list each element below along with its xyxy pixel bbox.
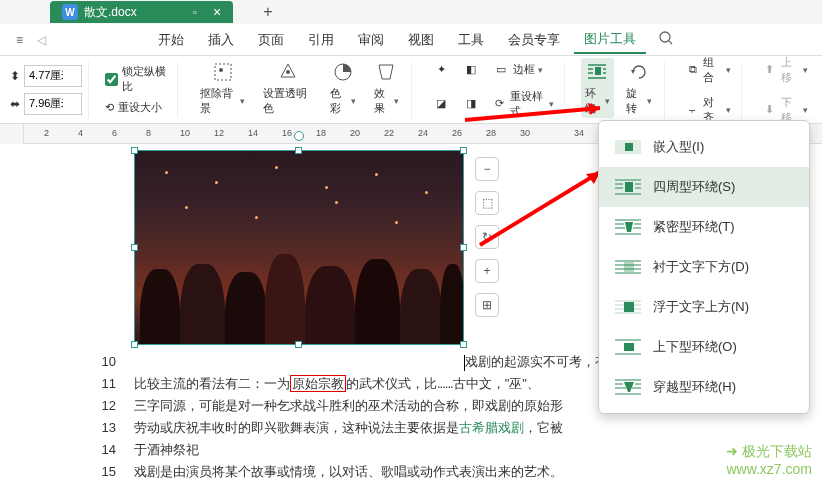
reset-size-label: 重设大小 xyxy=(118,100,162,115)
adjust-icon: ◧ xyxy=(462,61,480,79)
rotate-handle[interactable] xyxy=(294,131,304,141)
shadow-button[interactable]: ◪ xyxy=(428,93,454,115)
line-15-text[interactable]: 戏剧是由演员将某个故事或情境，以对话、歌唱或动作式表演出来的艺术。 xyxy=(134,461,822,483)
menu-image-tools[interactable]: 图片工具 xyxy=(574,26,646,54)
tab-menu-icon[interactable]: ▫ xyxy=(193,5,197,19)
link-text[interactable]: 古希腊戏剧 xyxy=(459,420,524,435)
height-icon: ⬍ xyxy=(10,69,20,83)
menu-insert[interactable]: 插入 xyxy=(198,27,244,53)
search-icon[interactable] xyxy=(650,26,682,53)
remove-bg-button[interactable]: 抠除背景▾ xyxy=(194,58,251,118)
wrap-inline-item[interactable]: 嵌入型(I) xyxy=(599,127,809,167)
wrap-tight-icon xyxy=(615,217,641,237)
effects-icon xyxy=(374,60,398,84)
main-menu-bar: ≡ ◁ 开始 插入 页面 引用 审阅 视图 工具 会员专享 图片工具 xyxy=(0,24,822,56)
vertical-ruler xyxy=(0,124,24,144)
colors-icon xyxy=(331,60,355,84)
selected-image[interactable]: − ⬚ ↻ + ⊞ xyxy=(134,150,464,345)
new-tab-button[interactable]: + xyxy=(257,3,278,21)
move-down-icon: ⬇ xyxy=(762,101,778,119)
svg-rect-38 xyxy=(624,302,634,312)
rotate-button[interactable]: 旋转▾ xyxy=(620,58,658,118)
wrap-behind-icon xyxy=(615,257,641,277)
rotate-tool-button[interactable]: ↻ xyxy=(475,225,499,249)
menu-reference[interactable]: 引用 xyxy=(298,27,344,53)
transparent-icon xyxy=(276,60,300,84)
zoom-out-button[interactable]: − xyxy=(475,157,499,181)
svg-rect-18 xyxy=(625,182,633,192)
wrap-inline-icon xyxy=(615,137,641,157)
line-14-text[interactable]: 于酒神祭祀 xyxy=(134,439,822,461)
svg-point-3 xyxy=(219,68,223,72)
colors-button[interactable]: 色彩▾ xyxy=(324,58,362,118)
crop-button[interactable]: ⬚ xyxy=(475,191,499,215)
highlighted-text: 原始宗教 xyxy=(290,375,346,392)
wrap-front-icon xyxy=(615,297,641,317)
resize-handle-mr[interactable] xyxy=(460,244,467,251)
border-button[interactable]: ▭边框▾ xyxy=(488,59,547,81)
resize-handle-tr[interactable] xyxy=(460,147,467,154)
zoom-in-button[interactable]: + xyxy=(475,259,499,283)
svg-rect-40 xyxy=(624,343,634,351)
text-line: 15戏剧是由演员将某个故事或情境，以对话、歌唱或动作式表演出来的艺术。 xyxy=(94,461,822,483)
wrap-topbottom-item[interactable]: 上下型环绕(O) xyxy=(599,327,809,367)
document-tab[interactable]: W 散文.docx ▫ × xyxy=(50,1,233,23)
lock-ratio-label: 锁定纵横比 xyxy=(122,64,171,94)
wrap-behind-item[interactable]: 衬于文字下方(D) xyxy=(599,247,809,287)
resize-handle-tm[interactable] xyxy=(295,147,302,154)
menu-prev-icon[interactable]: ◁ xyxy=(33,33,50,47)
wrap-item-label: 嵌入型(I) xyxy=(653,138,704,156)
wrap-dropdown: 嵌入型(I) 四周型环绕(S) 紧密型环绕(T) 衬于文字下方(D) 浮于文字上… xyxy=(598,120,810,414)
menu-view[interactable]: 视图 xyxy=(398,27,444,53)
reset-size-button[interactable]: ⟲ 重设大小 xyxy=(105,100,171,115)
resize-handle-ml[interactable] xyxy=(131,244,138,251)
wrap-icon xyxy=(585,60,609,84)
tab-close-icon[interactable]: × xyxy=(213,4,221,20)
text-line: 14于酒神祭祀 xyxy=(94,439,822,461)
adjust-button[interactable]: ◧ xyxy=(458,59,484,81)
rotate-icon xyxy=(627,60,651,84)
resize-handle-bl[interactable] xyxy=(131,341,138,348)
resize-handle-br[interactable] xyxy=(460,341,467,348)
wrap-item-label: 上下型环绕(O) xyxy=(653,338,737,356)
wrap-button[interactable]: 环绕▾ xyxy=(581,58,615,118)
menu-review[interactable]: 审阅 xyxy=(348,27,394,53)
menu-page[interactable]: 页面 xyxy=(248,27,294,53)
wrap-square-item[interactable]: 四周型环绕(S) xyxy=(599,167,809,207)
line-13-text[interactable]: 劳动或庆祝丰收时的即兴歌舞表演，这种说法主要依据是古希腊戏剧，它被 xyxy=(134,417,822,439)
menu-member[interactable]: 会员专享 xyxy=(498,27,570,53)
menu-tools[interactable]: 工具 xyxy=(448,27,494,53)
reset-size-icon: ⟲ xyxy=(105,101,114,114)
resize-handle-tl[interactable] xyxy=(131,147,138,154)
wrap-front-item[interactable]: 浮于文字上方(N) xyxy=(599,287,809,327)
watermark: ➜ 极光下载站 www.xz7.com xyxy=(726,443,812,477)
align-icon: ⫟ xyxy=(685,101,701,119)
crop-fill-button[interactable]: ✦ xyxy=(428,59,454,81)
svg-point-4 xyxy=(286,70,290,74)
lock-ratio-checkbox[interactable]: 锁定纵横比 xyxy=(105,64,171,94)
reset-style-icon: ⟳ xyxy=(492,95,507,113)
border-icon: ▭ xyxy=(492,61,510,79)
menu-file-icon[interactable]: ≡ xyxy=(10,33,29,47)
move-up-button: ⬆上移▾ xyxy=(758,53,812,87)
reset-style-button[interactable]: ⟳重设样式▾ xyxy=(488,87,557,121)
wrap-tight-item[interactable]: 紧密型环绕(T) xyxy=(599,207,809,247)
resize-handle-bm[interactable] xyxy=(295,341,302,348)
reflect-button[interactable]: ◨ xyxy=(458,93,484,115)
document-tab-bar: W 散文.docx ▫ × + xyxy=(0,0,822,24)
svg-rect-8 xyxy=(595,67,601,75)
height-input[interactable] xyxy=(24,65,82,87)
image-toolbar: ⬍ ⬌ 锁定纵横比 ⟲ 重设大小 抠除背景▾ 设置透明色 色彩▾ xyxy=(0,56,822,124)
move-up-icon: ⬆ xyxy=(762,61,778,79)
group-button[interactable]: ⧉组合▾ xyxy=(681,53,735,87)
wrap-through-item[interactable]: 穿越型环绕(H) xyxy=(599,367,809,407)
wrap-item-label: 衬于文字下方(D) xyxy=(653,258,749,276)
more-tools-button[interactable]: ⊞ xyxy=(475,293,499,317)
menu-start[interactable]: 开始 xyxy=(148,27,194,53)
wrap-square-icon xyxy=(615,177,641,197)
width-input[interactable] xyxy=(24,93,82,115)
transparent-button[interactable]: 设置透明色 xyxy=(257,58,318,118)
effects-button[interactable]: 效果▾ xyxy=(368,58,406,118)
width-icon: ⬌ xyxy=(10,97,20,111)
svg-line-1 xyxy=(669,41,672,44)
